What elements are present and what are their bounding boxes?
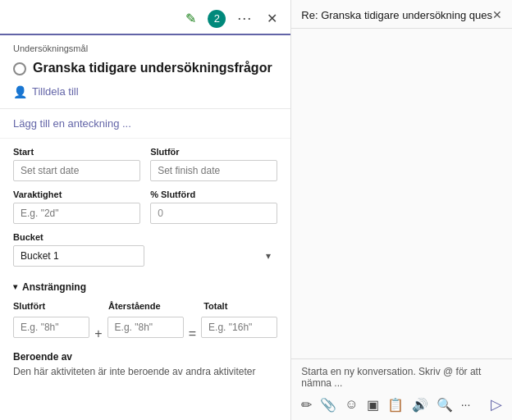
effort-title: Ansträngning: [22, 281, 86, 293]
effort-remaining-input[interactable]: [107, 317, 184, 338]
compose-image-icon[interactable]: ▣: [367, 397, 379, 413]
effort-completed-label-group: Slutfört: [13, 299, 87, 312]
effort-total-label-group: Totalt: [203, 299, 277, 312]
right-panel: Re: Granska tidigare undersökning ques ✕…: [291, 0, 512, 420]
assign-icon: 👤: [13, 85, 27, 98]
start-finish-row: Start Slutför: [13, 147, 277, 181]
compose-attach-icon[interactable]: 📎: [320, 397, 336, 413]
effort-remaining-label-group: Återstående: [108, 299, 182, 312]
section-label: Undersökningsmål: [0, 35, 290, 55]
compose-table-icon[interactable]: 📋: [387, 397, 404, 413]
task-radio[interactable]: [13, 62, 26, 75]
start-input[interactable]: [13, 160, 140, 181]
note-label: Lägg till en anteckning ...: [13, 117, 131, 130]
completion-group: % Slutförd: [150, 189, 277, 224]
compose-hint: Starta en ny konversation. Skriv @ för a…: [301, 366, 502, 389]
effort-completed-input[interactable]: [13, 317, 89, 338]
effort-collapse-icon: ▾: [13, 282, 17, 291]
dependent-label: Beroende av: [13, 351, 277, 363]
compose-emoji-icon[interactable]: ☺: [345, 397, 358, 412]
compose-pen-icon[interactable]: ✏: [301, 397, 312, 413]
form-section: Start Slutför Varaktighet % Slutförd Buc…: [0, 139, 290, 275]
bucket-label: Bucket: [13, 232, 277, 242]
effort-completed-group: [13, 317, 89, 338]
top-bar: ✎ 2 ··· ✕: [0, 0, 290, 35]
note-row[interactable]: Lägg till en anteckning ...: [0, 112, 290, 139]
more-icon[interactable]: ···: [234, 8, 255, 29]
effort-remaining-label: Återstående: [108, 301, 161, 311]
effort-total-input[interactable]: [201, 317, 277, 338]
right-header: Re: Granska tidigare undersökning ques ✕: [291, 0, 512, 29]
compose-audio-icon[interactable]: 🔊: [412, 397, 428, 413]
bucket-row: Bucket Bucket 1: [13, 232, 277, 267]
right-close-button[interactable]: ✕: [492, 8, 502, 21]
chat-icon[interactable]: 2: [208, 10, 226, 28]
finish-group: Slutför: [150, 147, 277, 181]
compose-send-button[interactable]: ▷: [491, 395, 502, 413]
finish-input[interactable]: [150, 160, 277, 181]
dependent-section: Beroende av Den här aktiviteten är inte …: [0, 341, 290, 377]
finish-label: Slutför: [150, 147, 277, 157]
plus-icon: +: [94, 313, 102, 341]
task-title: Granska tidigare undersökningsfrågor: [33, 60, 272, 77]
duration-group: Varaktighet: [13, 189, 140, 224]
effort-total-group: [201, 317, 277, 338]
right-footer: Starta en ny konversation. Skriv @ för a…: [291, 358, 512, 420]
bucket-wrapper: Bucket 1: [13, 245, 277, 267]
duration-label: Varaktighet: [13, 189, 140, 199]
duration-input[interactable]: [13, 203, 140, 224]
compose-more-icon[interactable]: ···: [461, 398, 471, 411]
duration-completion-row: Varaktighet % Slutförd: [13, 189, 277, 224]
effort-total-label: Totalt: [203, 301, 227, 311]
bucket-select[interactable]: Bucket 1: [13, 245, 144, 267]
right-title: Re: Granska tidigare undersökning ques: [301, 9, 492, 21]
compose-toolbar: ✏ 📎 ☺ ▣ 📋 🔊 🔍 ··· ▷: [301, 395, 502, 413]
effort-header[interactable]: ▾ Ansträngning: [13, 281, 277, 293]
assign-label: Tilldela till: [32, 85, 79, 98]
compose-search-icon[interactable]: 🔍: [437, 397, 453, 413]
completion-input[interactable]: [150, 203, 277, 224]
effort-inputs-row: + =: [13, 313, 277, 341]
effort-remaining-group: [107, 317, 184, 338]
top-bar-icons: ✎ 2 ··· ✕: [182, 8, 281, 29]
equals-icon: =: [189, 313, 196, 341]
left-panel: ✎ 2 ··· ✕ Undersökningsmål Granska tidig…: [0, 0, 291, 420]
assign-row[interactable]: 👤 Tilldela till: [0, 82, 290, 105]
edit-icon[interactable]: ✎: [182, 9, 199, 28]
right-body: [291, 29, 512, 358]
completion-label: % Slutförd: [150, 189, 277, 199]
bucket-group: Bucket Bucket 1: [13, 232, 277, 267]
effort-completed-label: Slutfört: [13, 301, 45, 311]
effort-section: ▾ Ansträngning Slutfört Återstående Tota…: [0, 275, 290, 341]
close-icon[interactable]: ✕: [263, 9, 281, 28]
dependent-desc: Den här aktiviteten är inte beroende av …: [13, 366, 277, 377]
task-title-row: Granska tidigare undersökningsfrågor: [0, 55, 290, 82]
start-group: Start: [13, 147, 140, 181]
start-label: Start: [13, 147, 140, 157]
